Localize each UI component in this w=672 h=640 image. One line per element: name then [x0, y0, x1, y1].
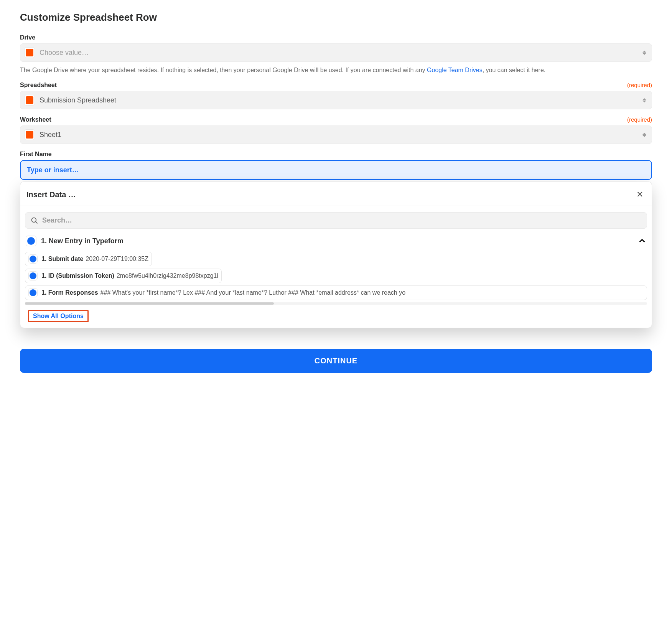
data-option[interactable]: 1. Form Responses ### What's your *first…: [25, 285, 647, 300]
typeform-icon: [26, 236, 36, 246]
typeform-icon: [28, 254, 38, 264]
spreadsheet-label: Spreadsheet: [20, 82, 57, 89]
continue-button[interactable]: CONTINUE: [20, 349, 652, 373]
data-option[interactable]: 1. ID (Submission Token) 2me8fw5u4lh0rzi…: [25, 269, 222, 283]
typeform-icon: [28, 288, 38, 297]
sort-caret-icon: [642, 98, 646, 102]
data-option[interactable]: 1. Submit date 2020-07-29T19:00:35Z: [25, 252, 152, 266]
data-group-header[interactable]: 1. New Entry in Typeform: [20, 233, 652, 249]
drive-placeholder: Choose value…: [40, 49, 642, 57]
chevron-up-icon: [638, 237, 646, 245]
option-value: ### What's your *first name*? Lex ### An…: [100, 289, 406, 296]
drive-select[interactable]: Choose value…: [20, 43, 652, 62]
data-group-title: 1. New Entry in Typeform: [41, 237, 638, 245]
first-name-placeholder: Type or insert…: [27, 166, 79, 174]
app-icon: [24, 47, 35, 58]
option-label: 1. ID (Submission Token): [41, 272, 114, 279]
spreadsheet-field: Spreadsheet (required) Submission Spread…: [20, 82, 652, 109]
worksheet-select[interactable]: Sheet1: [20, 125, 652, 144]
option-value: 2020-07-29T19:00:35Z: [86, 256, 148, 262]
search-icon: [31, 217, 38, 224]
required-badge: (required): [627, 82, 652, 88]
drive-help-text: The Google Drive where your spreadsheet …: [20, 66, 652, 75]
typeform-icon: [28, 271, 38, 280]
worksheet-value: Sheet1: [40, 131, 642, 139]
search-input[interactable]: [42, 216, 641, 224]
first-name-label: First Name: [20, 151, 52, 158]
horizontal-scrollbar[interactable]: [25, 302, 647, 305]
search-box[interactable]: [25, 212, 647, 229]
app-icon: [24, 95, 35, 106]
drive-field: Drive Choose value… The Google Drive whe…: [20, 34, 652, 75]
sort-caret-icon: [642, 133, 646, 137]
worksheet-field: Worksheet (required) Sheet1: [20, 116, 652, 144]
close-icon[interactable]: ✕: [634, 189, 646, 200]
worksheet-label: Worksheet: [20, 116, 51, 123]
insert-data-dropdown: Insert Data … ✕ 1. New Entry in Typeform…: [20, 181, 652, 328]
option-label: 1. Submit date: [41, 256, 83, 262]
dropdown-title: Insert Data …: [26, 190, 76, 199]
required-badge: (required): [627, 116, 652, 123]
svg-line-1: [36, 221, 38, 223]
sort-caret-icon: [642, 51, 646, 55]
first-name-field: First Name Type or insert… Insert Data ……: [20, 151, 652, 328]
option-label: 1. Form Responses: [41, 289, 98, 296]
spreadsheet-value: Submission Spreadsheet: [40, 96, 642, 104]
page-title: Customize Spreadsheet Row: [20, 12, 652, 23]
show-all-options-button[interactable]: Show All Options: [28, 310, 89, 322]
drive-label: Drive: [20, 34, 35, 41]
svg-point-0: [32, 218, 36, 222]
first-name-input[interactable]: Type or insert…: [20, 160, 652, 180]
spreadsheet-select[interactable]: Submission Spreadsheet: [20, 91, 652, 109]
option-value: 2me8fw5u4lh0rzig432me8p98txpzg1i: [117, 272, 218, 279]
app-icon: [24, 129, 35, 140]
team-drives-link[interactable]: Google Team Drives: [427, 67, 483, 73]
